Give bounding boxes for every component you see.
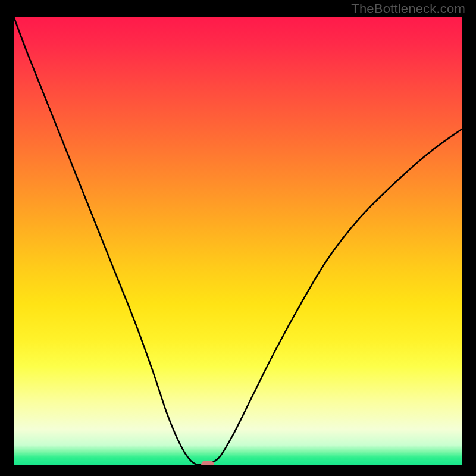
optimum-marker — [201, 461, 214, 465]
watermark-text: TheBottleneck.com — [351, 1, 465, 17]
plot-area — [14, 17, 462, 465]
chart-frame: TheBottleneck.com — [0, 0, 476, 476]
curve-svg — [14, 17, 462, 465]
bottleneck-curve — [14, 17, 462, 465]
